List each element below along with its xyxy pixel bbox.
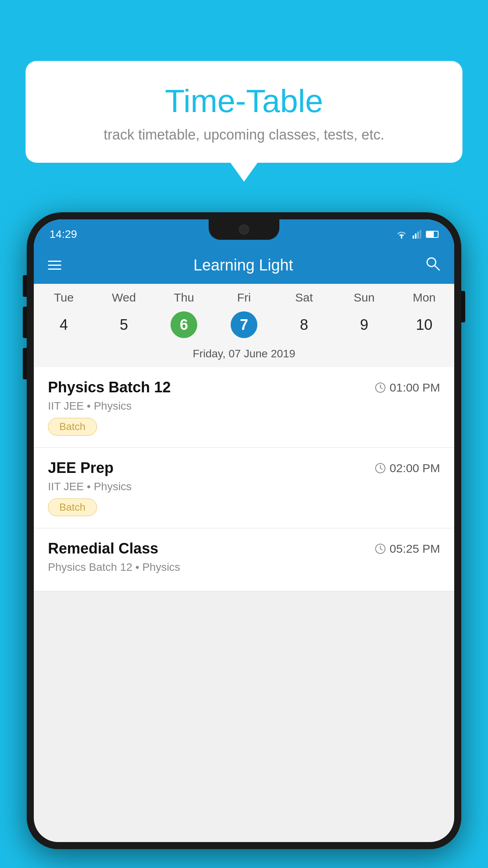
schedule-subtitle-1: IIT JEE • Physics bbox=[48, 400, 440, 412]
svg-rect-1 bbox=[413, 235, 414, 239]
clock-icon-2 bbox=[375, 463, 386, 474]
phone-btn-right bbox=[461, 291, 465, 322]
svg-rect-3 bbox=[417, 232, 419, 239]
app-toolbar: Learning Light bbox=[34, 246, 454, 284]
svg-point-0 bbox=[401, 237, 402, 239]
phone-camera bbox=[239, 224, 249, 235]
battery-fill bbox=[427, 232, 434, 237]
day-6[interactable]: 6 bbox=[154, 311, 214, 339]
day-7-circle: 7 bbox=[231, 311, 257, 338]
phone-screen: 14:29 bbox=[34, 219, 454, 842]
schedule-item-header-3: Remedial Class 05:25 PM bbox=[48, 540, 440, 557]
status-icons bbox=[395, 230, 438, 239]
schedule-title-2: JEE Prep bbox=[48, 460, 114, 476]
phone-frame: 14:29 bbox=[27, 212, 461, 868]
day-header-wed: Wed bbox=[94, 291, 154, 304]
schedule-item-header-2: JEE Prep 02:00 PM bbox=[48, 460, 440, 476]
selected-date-label: Friday, 07 June 2019 bbox=[34, 344, 454, 367]
day-header-fri: Fri bbox=[214, 291, 274, 304]
search-icon[interactable] bbox=[425, 256, 440, 274]
toolbar-title: Learning Light bbox=[193, 256, 293, 274]
day-header-mon: Mon bbox=[394, 291, 454, 304]
schedule-time-1: 01:00 PM bbox=[375, 381, 440, 394]
day-4[interactable]: 4 bbox=[34, 311, 94, 339]
svg-rect-2 bbox=[415, 234, 416, 239]
day-9[interactable]: 9 bbox=[334, 311, 394, 339]
clock-icon-3 bbox=[375, 543, 386, 554]
battery-icon bbox=[426, 231, 438, 238]
svg-rect-4 bbox=[420, 230, 421, 239]
status-time: 14:29 bbox=[50, 228, 77, 241]
phone-notch bbox=[209, 219, 279, 240]
day-header-tue: Tue bbox=[34, 291, 94, 304]
svg-line-9 bbox=[380, 388, 382, 389]
schedule-title-1: Physics Batch 12 bbox=[48, 379, 171, 396]
phone-btn-left3 bbox=[23, 348, 27, 379]
bubble-subtitle: track timetable, upcoming classes, tests… bbox=[49, 127, 439, 143]
schedule-item-header-1: Physics Batch 12 01:00 PM bbox=[48, 379, 440, 396]
menu-icon[interactable] bbox=[48, 261, 61, 270]
day-header-sun: Sun bbox=[334, 291, 394, 304]
day-8[interactable]: 8 bbox=[274, 311, 334, 339]
svg-line-12 bbox=[380, 468, 382, 469]
day-6-circle: 6 bbox=[171, 311, 197, 338]
signal-icon bbox=[413, 230, 421, 239]
speech-bubble: Time-Table track timetable, upcoming cla… bbox=[26, 61, 462, 163]
schedule-time-2: 02:00 PM bbox=[375, 462, 440, 475]
schedule-subtitle-3: Physics Batch 12 • Physics bbox=[48, 561, 440, 574]
schedule-subtitle-2: IIT JEE • Physics bbox=[48, 480, 440, 493]
day-numbers: 4 5 6 7 8 9 10 bbox=[34, 307, 454, 344]
day-10[interactable]: 10 bbox=[394, 311, 454, 339]
day-5[interactable]: 5 bbox=[94, 311, 154, 339]
day-header-sat: Sat bbox=[274, 291, 334, 304]
schedule-title-3: Remedial Class bbox=[48, 540, 158, 557]
batch-badge-2: Batch bbox=[48, 498, 97, 516]
day-header-thu: Thu bbox=[154, 291, 214, 304]
schedule-list: Physics Batch 12 01:00 PM IIT JEE • Phys… bbox=[34, 367, 454, 591]
wifi-icon bbox=[395, 230, 408, 239]
day-headers: Tue Wed Thu Fri Sat Sun Mon bbox=[34, 284, 454, 307]
svg-line-6 bbox=[435, 265, 439, 270]
speech-bubble-container: Time-Table track timetable, upcoming cla… bbox=[26, 61, 462, 163]
phone-outer: 14:29 bbox=[27, 212, 461, 849]
clock-icon-1 bbox=[375, 382, 386, 393]
day-7[interactable]: 7 bbox=[214, 311, 274, 339]
batch-badge-1: Batch bbox=[48, 418, 97, 436]
calendar-section: Tue Wed Thu Fri Sat Sun Mon 4 5 6 7 bbox=[34, 284, 454, 367]
schedule-item-remedial[interactable]: Remedial Class 05:25 PM Physics Batch 12… bbox=[34, 528, 454, 591]
schedule-time-3: 05:25 PM bbox=[375, 542, 440, 555]
phone-btn-left2 bbox=[23, 307, 27, 338]
phone-btn-left1 bbox=[23, 275, 27, 297]
bubble-title: Time-Table bbox=[49, 83, 439, 120]
schedule-item-physics-batch[interactable]: Physics Batch 12 01:00 PM IIT JEE • Phys… bbox=[34, 367, 454, 448]
schedule-item-jee-prep[interactable]: JEE Prep 02:00 PM IIT JEE • Physics Batc… bbox=[34, 448, 454, 528]
svg-line-15 bbox=[380, 549, 382, 550]
